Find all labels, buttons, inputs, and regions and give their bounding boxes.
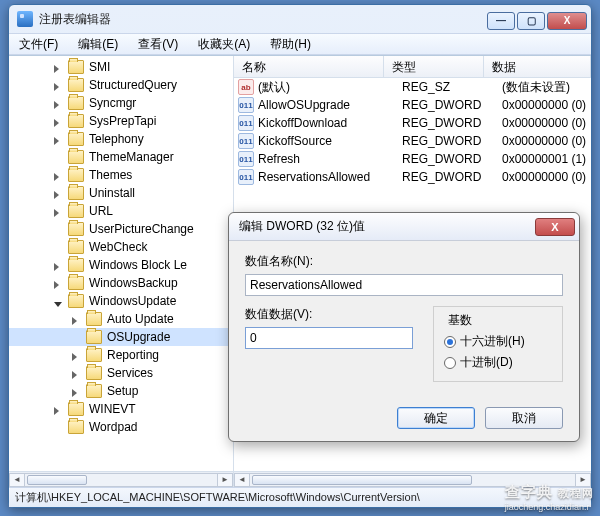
statusbar: 计算机\HKEY_LOCAL_MACHINE\SOFTWARE\Microsof… [9, 487, 591, 507]
tree-item[interactable]: WindowsUpdate [9, 292, 233, 310]
tree-item[interactable]: ThemeManager [9, 148, 233, 166]
tree-item-label: SMI [87, 59, 112, 75]
col-name[interactable]: 名称 [234, 56, 384, 77]
tree-item[interactable]: SMI [9, 58, 233, 76]
expand-icon[interactable] [54, 62, 65, 73]
menu-favorites[interactable]: 收藏夹(A) [188, 36, 260, 53]
tree-item[interactable]: UserPictureChange [9, 220, 233, 238]
tree-item[interactable]: Auto Update [9, 310, 233, 328]
tree[interactable]: SMIStructuredQuerySyncmgrSysPrepTapiTele… [9, 56, 233, 471]
tree-item[interactable]: SysPrepTapi [9, 112, 233, 130]
tree-item[interactable]: Windows Block Le [9, 256, 233, 274]
dword-value-icon: 011 [238, 169, 254, 185]
folder-icon [68, 78, 84, 92]
tree-item-label: Syncmgr [87, 95, 138, 111]
value-data-label: 数值数据(V): [245, 306, 413, 323]
tree-item[interactable]: Services [9, 364, 233, 382]
app-icon [17, 11, 33, 27]
base-label: 基数 [444, 312, 476, 329]
expand-icon[interactable] [54, 80, 65, 91]
radio-hex[interactable]: 十六进制(H) [444, 333, 552, 350]
value-name: ReservationsAllowed [258, 170, 402, 184]
scroll-track[interactable] [25, 473, 217, 487]
titlebar[interactable]: 注册表编辑器 — ▢ X [9, 5, 591, 33]
maximize-button[interactable]: ▢ [517, 12, 545, 30]
value-row[interactable]: 011KickoffSourceREG_DWORD0x00000000 (0) [234, 132, 591, 150]
folder-icon [68, 402, 84, 416]
dialog-titlebar[interactable]: 编辑 DWORD (32 位)值 X [229, 213, 579, 241]
tree-item[interactable]: Telephony [9, 130, 233, 148]
menu-view[interactable]: 查看(V) [128, 36, 188, 53]
expand-icon[interactable] [54, 404, 65, 415]
col-type[interactable]: 类型 [384, 56, 484, 77]
scroll-left-button[interactable]: ◄ [234, 473, 250, 487]
value-row[interactable]: 011ReservationsAllowedREG_DWORD0x0000000… [234, 168, 591, 186]
folder-icon [68, 258, 84, 272]
folder-icon [86, 366, 102, 380]
menu-help[interactable]: 帮助(H) [260, 36, 321, 53]
expand-icon[interactable] [54, 278, 65, 289]
tree-item[interactable]: Uninstall [9, 184, 233, 202]
tree-item[interactable]: WebCheck [9, 238, 233, 256]
expand-icon[interactable] [54, 206, 65, 217]
menu-edit[interactable]: 编辑(E) [68, 36, 128, 53]
expand-icon[interactable] [54, 188, 65, 199]
tree-item[interactable]: OSUpgrade [9, 328, 233, 346]
value-type: REG_DWORD [402, 152, 502, 166]
value-row[interactable]: 011RefreshREG_DWORD0x00000001 (1) [234, 150, 591, 168]
folder-icon [86, 384, 102, 398]
radio-dec[interactable]: 十进制(D) [444, 354, 552, 371]
cancel-button[interactable]: 取消 [485, 407, 563, 429]
radio-dec-label: 十进制(D) [460, 354, 513, 371]
collapse-icon[interactable] [54, 296, 65, 307]
expand-icon[interactable] [72, 314, 83, 325]
col-data[interactable]: 数据 [484, 56, 591, 77]
tree-item-label: WINEVT [87, 401, 138, 417]
tree-item-label: ThemeManager [87, 149, 176, 165]
scroll-right-button[interactable]: ► [217, 473, 233, 487]
value-data: 0x00000000 (0) [502, 98, 591, 112]
value-data: 0x00000001 (1) [502, 152, 591, 166]
expand-icon[interactable] [72, 350, 83, 361]
tree-item[interactable]: Themes [9, 166, 233, 184]
tree-item[interactable]: Wordpad [9, 418, 233, 436]
value-data: 0x00000000 (0) [502, 116, 591, 130]
scroll-thumb[interactable] [252, 475, 472, 485]
value-row[interactable]: 011AllowOSUpgradeREG_DWORD0x00000000 (0) [234, 96, 591, 114]
expand-icon[interactable] [54, 116, 65, 127]
tree-item[interactable]: Reporting [9, 346, 233, 364]
expand-icon[interactable] [54, 170, 65, 181]
tree-item-label: Setup [105, 383, 140, 399]
value-type: REG_DWORD [402, 98, 502, 112]
expand-icon[interactable] [54, 134, 65, 145]
value-row[interactable]: 011KickoffDownloadREG_DWORD0x00000000 (0… [234, 114, 591, 132]
tree-item-label: OSUpgrade [105, 329, 172, 345]
close-button[interactable]: X [547, 12, 587, 30]
scroll-left-button[interactable]: ◄ [9, 473, 25, 487]
tree-item-label: Windows Block Le [87, 257, 189, 273]
tree-item-label: URL [87, 203, 115, 219]
dialog-buttons: 确定 取消 [229, 407, 579, 441]
window-title: 注册表编辑器 [39, 11, 487, 28]
tree-item[interactable]: StructuredQuery [9, 76, 233, 94]
tree-item[interactable]: WINEVT [9, 400, 233, 418]
dialog-close-button[interactable]: X [535, 218, 575, 236]
tree-item-label: Wordpad [87, 419, 139, 435]
tree-item[interactable]: URL [9, 202, 233, 220]
expand-icon[interactable] [72, 368, 83, 379]
ok-button[interactable]: 确定 [397, 407, 475, 429]
minimize-button[interactable]: — [487, 12, 515, 30]
tree-item[interactable]: Setup [9, 382, 233, 400]
tree-hscroll[interactable]: ◄ ► [9, 471, 233, 487]
value-name-field[interactable] [245, 274, 563, 296]
scroll-thumb[interactable] [27, 475, 87, 485]
value-row[interactable]: ab(默认)REG_SZ(数值未设置) [234, 78, 591, 96]
tree-item[interactable]: Syncmgr [9, 94, 233, 112]
expand-icon[interactable] [54, 260, 65, 271]
value-data-field[interactable] [245, 327, 413, 349]
menu-file[interactable]: 文件(F) [9, 36, 68, 53]
expand-icon[interactable] [72, 386, 83, 397]
expand-icon[interactable] [54, 98, 65, 109]
value-name-label: 数值名称(N): [245, 253, 563, 270]
tree-item[interactable]: WindowsBackup [9, 274, 233, 292]
